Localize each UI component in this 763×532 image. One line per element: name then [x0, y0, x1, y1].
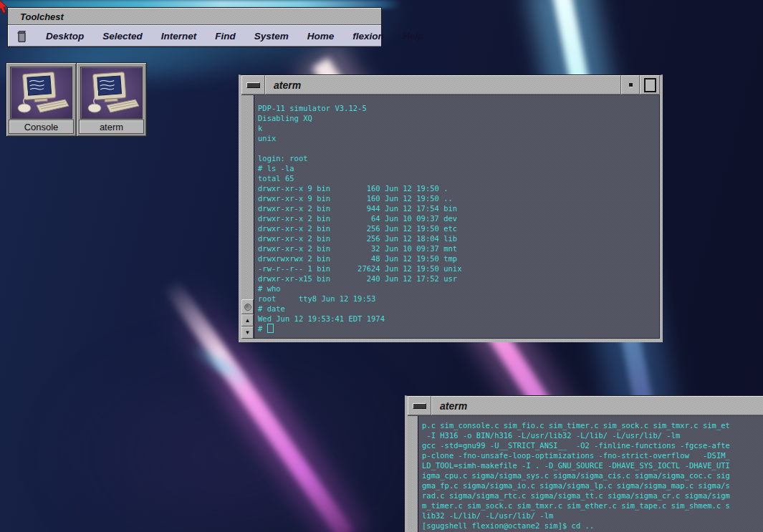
- maximize-icon: [644, 78, 656, 92]
- workstation-icon: [80, 67, 143, 119]
- menu-item-desktop[interactable]: Desktop: [46, 31, 84, 42]
- toolchest-window: Toolchest Desktop Selected Internet Find…: [7, 7, 382, 47]
- window-menu-button[interactable]: [621, 75, 640, 95]
- window-title: aterm: [440, 400, 467, 412]
- terminal-prompt-line: #: [258, 324, 657, 334]
- minimize-icon: [413, 403, 426, 409]
- scroll-down-icon: ▼: [245, 330, 251, 336]
- scroll-up-button[interactable]: ▲: [241, 314, 254, 327]
- menu-item-find[interactable]: Find: [215, 31, 236, 42]
- terminal-cursor: [267, 324, 274, 333]
- scroll-down-button[interactable]: ▼: [241, 327, 254, 339]
- minimize-icon: [246, 82, 260, 88]
- menu-item-system[interactable]: System: [254, 31, 289, 42]
- background-streak-cyan-patch: [189, 341, 251, 389]
- icon-label-aterm: aterm: [79, 120, 144, 134]
- menu-item-selected[interactable]: Selected: [102, 31, 143, 42]
- window-menu-dot-icon: [629, 83, 633, 87]
- toolchest-menubar: Desktop Selected Internet Find System Ho…: [8, 25, 381, 47]
- main-titlebar[interactable]: aterm: [241, 75, 660, 95]
- scrollbar-thumb[interactable]: [241, 299, 254, 314]
- toolchest-titlebar[interactable]: Toolchest: [8, 8, 381, 25]
- aterm-window-bottom: aterm p.c sim_console.c sim_fio.c sim_ti…: [405, 395, 763, 532]
- main-window-title-area[interactable]: aterm: [265, 75, 621, 95]
- minimize-button[interactable]: [408, 396, 431, 415]
- window-title: aterm: [274, 79, 301, 91]
- scrollbar-thumb-dimple-icon: [244, 304, 251, 311]
- workstation-icon: [10, 67, 72, 119]
- scroll-up-icon: ▲: [245, 318, 251, 324]
- bottom-window-title-area[interactable]: aterm: [431, 396, 763, 415]
- bottom-scrollbar[interactable]: [408, 416, 418, 532]
- bottom-titlebar[interactable]: aterm: [408, 396, 763, 416]
- terminal-text: p.c sim_console.c sim_fio.c sim_timer.c …: [422, 420, 763, 532]
- minimize-button[interactable]: [241, 75, 265, 95]
- menu-item-home[interactable]: Home: [307, 31, 335, 42]
- jar-icon: [17, 30, 27, 42]
- background-marble-dark: [43, 337, 416, 532]
- terminal-text: PDP-11 simulator V3.12-5 Disabling XQ k …: [258, 103, 657, 324]
- scrollbar-track[interactable]: [241, 95, 254, 299]
- desktop-icon-console[interactable]: Console: [6, 62, 77, 137]
- menu-item-internet[interactable]: Internet: [161, 31, 197, 42]
- main-terminal-output[interactable]: PDP-11 simulator V3.12-5 Disabling XQ k …: [254, 95, 660, 339]
- main-scrollbar[interactable]: ▲ ▼: [241, 95, 254, 339]
- aterm-window-main: aterm ▲ ▼ PDP-: [239, 74, 663, 342]
- desktop-icon-aterm[interactable]: aterm: [76, 62, 147, 137]
- maximize-button[interactable]: [640, 75, 660, 95]
- desktop: Toolchest Desktop Selected Internet Find…: [0, 0, 763, 532]
- scrollbar-track[interactable]: [408, 416, 418, 532]
- menu-item-help[interactable]: Help: [403, 31, 423, 42]
- icon-label-console: Console: [9, 120, 74, 134]
- toolchest-title: Toolchest: [20, 11, 64, 22]
- menu-item-flexion[interactable]: flexion: [352, 31, 384, 42]
- bottom-terminal-output[interactable]: p.c sim_console.c sim_fio.c sim_timer.c …: [418, 416, 763, 532]
